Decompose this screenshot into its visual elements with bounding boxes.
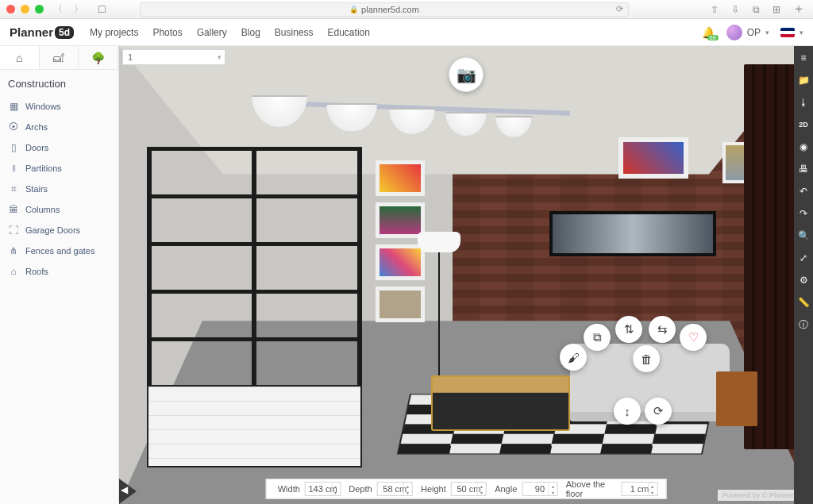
forward-button[interactable]: 〉 [70,2,87,17]
window-icon: ▦ [8,101,19,112]
tab-furniture[interactable]: 🛋 [40,46,79,69]
sidebar-item-partitions[interactable]: ⦀Partitions [0,158,118,179]
help-button[interactable]: ⓘ [796,317,811,332]
object-flip-vertical-button[interactable]: ⇅ [615,316,642,343]
address-bar[interactable]: 🔒 planner5d.com ⟳ [140,2,629,17]
object-elevate-button[interactable]: ↕ [614,398,641,425]
tab-construction[interactable]: ⌂ [0,46,40,69]
copy-icon[interactable]: ⧉ [747,2,765,17]
updown-icon: ↕ [624,405,630,418]
angle-input[interactable]: 90▴▾ [522,482,557,496]
object-delete-button[interactable]: 🗑 [633,345,660,372]
height-input[interactable]: 50 cm▴▾ [451,482,487,496]
fullscreen-button[interactable]: ⤢ [796,251,811,265]
object-copy-button[interactable]: ⧉ [584,324,611,351]
side-table [716,371,757,426]
notifications-badge: 69 [707,35,719,40]
view-2d-button[interactable]: 2D [796,117,811,132]
sidebar-item-archs[interactable]: ⦿Archs [0,117,118,137]
above-floor-label: Above the floor [566,479,617,498]
tab-exterior[interactable]: 🌳 [79,46,118,69]
settings-button[interactable]: ⚙ [796,273,811,287]
column-icon: 🏛 [8,204,19,215]
back-button[interactable]: 〈 [49,2,67,17]
pendant-lights [258,56,570,147]
user-menu[interactable]: OP ▾ [726,25,769,40]
paint-roller-icon: 🖌 [568,351,580,364]
maximize-window-icon[interactable] [35,5,44,13]
trash-icon: 🗑 [641,352,653,366]
language-menu[interactable]: ▾ [780,28,803,37]
redo-button[interactable]: ↷ [796,206,811,221]
ruler-button[interactable]: 📏 [796,295,811,310]
close-window-icon[interactable] [6,5,15,13]
object-paint-button[interactable]: 🖌 [560,344,587,371]
layers-button[interactable]: ≡ [796,51,811,65]
sidebar-item-label: Stairs [25,184,48,194]
workspace: ⌂ 🛋 🌳 Construction ▦Windows ⦿Archs ▯Door… [0,46,813,504]
sidebar-item-columns[interactable]: 🏛Columns [0,199,118,220]
above-floor-input[interactable]: 1 cm▴▾ [622,482,657,496]
menu-photos[interactable]: Photos [152,27,182,38]
flip-vertical-icon: ⇅ [624,322,634,337]
info-icon: ⓘ [799,318,808,332]
sidebar-item-fences[interactable]: ⋔Fences and gates [0,240,118,261]
header-right: 🔔 69 OP ▾ ▾ [702,25,803,40]
above-stepper[interactable]: ▴▾ [648,483,656,495]
minimize-window-icon[interactable] [21,5,29,13]
menu-education[interactable]: Education [328,27,370,38]
save-button[interactable]: ⭳ [796,95,811,110]
dimension-bar: Width 143 cm▴▾ Depth 58 cm▴▾ Height 50 c… [266,479,667,499]
width-input[interactable]: 143 cm▴▾ [305,482,341,496]
tabs-icon[interactable]: ⊞ [768,2,785,17]
sidebar-item-label: Windows [25,102,61,111]
coffee-table-selected[interactable] [431,375,570,430]
print-button[interactable]: 🖶 [796,162,811,176]
angle-value: 90 [535,484,545,494]
object-flip-horizontal-button[interactable]: ⇆ [649,316,676,343]
height-stepper[interactable]: ▴▾ [477,483,485,495]
download-icon[interactable]: ⇩ [726,2,744,17]
object-rotate-button[interactable]: ⟳ [645,398,672,425]
logo-badge: 5d [55,26,74,39]
menu-my-projects[interactable]: My projects [90,27,138,38]
menu-business[interactable]: Business [275,27,314,38]
arch-icon: ⦿ [8,121,19,133]
share-icon[interactable]: ⇧ [706,2,723,17]
gear-icon: ⚙ [800,275,808,286]
sidebar-item-label: Doors [25,143,48,152]
floor-selector[interactable]: 1 [122,49,225,65]
notifications-button[interactable]: 🔔 69 [702,26,715,39]
folder-button[interactable]: 📁 [796,73,811,87]
menu-gallery[interactable]: Gallery [197,27,227,38]
zoom-button[interactable]: 🔍 [796,229,811,243]
sidebar-item-label: Garage Doors [25,225,80,235]
logo[interactable]: Planner 5d [10,25,74,39]
depth-input[interactable]: 58 cm▴▾ [377,482,413,496]
new-tab-button[interactable]: ＋ [791,0,807,19]
depth-stepper[interactable]: ▴▾ [403,483,411,495]
sidebar-item-garage-doors[interactable]: ⛶Garage Doors [0,220,118,240]
sidebar-item-stairs[interactable]: ⌗Stairs [0,179,118,199]
sidebar-item-roofs[interactable]: ⌂Roofs [0,261,118,282]
sidebar-item-doors[interactable]: ▯Doors [0,137,118,158]
twod-label: 2D [799,121,808,129]
camera-small-icon: ◉ [800,141,807,152]
render-button[interactable]: ◉ [796,140,811,154]
rotate-icon: ⟳ [653,404,664,418]
reload-icon[interactable]: ⟳ [616,4,623,14]
height-label: Height [421,484,446,494]
object-favorite-button[interactable]: ♡ [680,324,707,351]
angle-stepper[interactable]: ▴▾ [549,483,557,495]
snapshot-button[interactable]: 📷 [449,57,484,92]
fence-icon: ⋔ [8,245,19,256]
sidebar: ⌂ 🛋 🌳 Construction ▦Windows ⦿Archs ▯Door… [0,46,119,504]
undo-button[interactable]: ↶ [796,184,811,198]
sidebar-toggle-icon[interactable]: ☐ [93,2,110,17]
menu-blog[interactable]: Blog [241,27,260,38]
collapse-sidebar-button[interactable] [119,479,137,504]
stairs-icon: ⌗ [8,183,19,194]
sidebar-item-windows[interactable]: ▦Windows [0,96,118,117]
canvas-3d[interactable]: 1 📷 [119,46,813,504]
width-stepper[interactable]: ▴▾ [331,483,339,495]
